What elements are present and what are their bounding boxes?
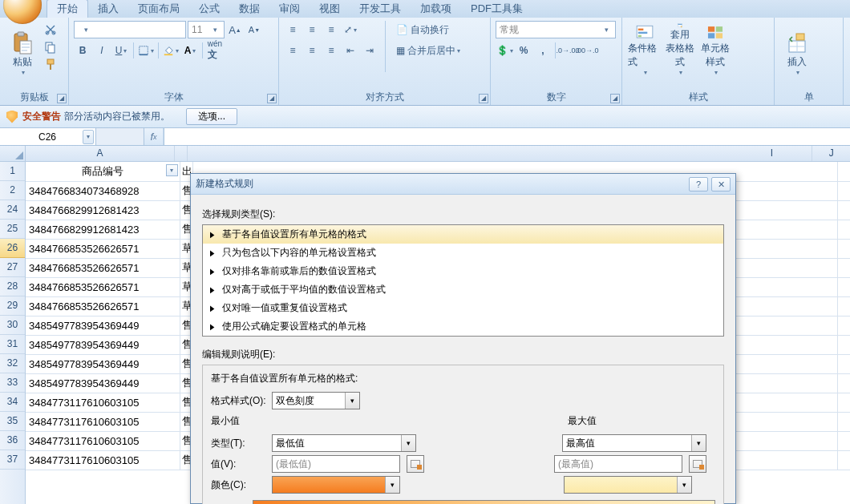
copy-button[interactable] [42,38,59,56]
percent-button[interactable]: % [515,42,532,59]
formula-bar-input[interactable] [164,128,850,145]
rule-type-item[interactable]: ▶仅对唯一值或重复值设置格式 [203,299,723,317]
row-header[interactable]: 25 [0,220,25,239]
cell[interactable]: 3484766829912681423 [26,220,180,239]
dialog-close-button[interactable]: ✕ [711,177,731,192]
format-painter-button[interactable] [42,56,59,74]
cell[interactable]: 商品编号▾ [26,162,180,181]
dialog-help-button[interactable]: ? [689,177,708,192]
tab-dev[interactable]: 开发工具 [350,0,411,18]
font-color-button[interactable]: A [181,42,199,59]
cut-button[interactable] [42,21,59,38]
value-max-ref-button[interactable] [689,455,706,473]
grow-font-button[interactable]: A▲ [226,21,244,38]
name-box-dropdown[interactable]: ▾ [83,130,94,144]
type-min-combo[interactable]: 最低值▾ [272,434,416,452]
type-max-combo[interactable]: 最高值▾ [562,434,706,452]
merge-center-button[interactable]: ▦ 合并后居中 [392,42,464,59]
cell[interactable]: 3484773117610603105 [26,431,180,450]
row-header[interactable]: 37 [0,450,25,470]
cell[interactable]: 3484773117610603105 [26,450,180,470]
shrink-font-button[interactable]: A▼ [245,21,263,38]
cell[interactable]: 3484766853526626571 [26,296,180,316]
italic-button[interactable]: I [93,42,111,59]
orientation-button[interactable]: ⤢ [342,21,359,38]
cell[interactable]: 3484766829912681423 [26,200,180,220]
align-middle-button[interactable]: ≡ [303,21,321,38]
cell[interactable]: 3484766853526626571 [26,239,180,258]
row-header[interactable]: 30 [0,316,25,335]
inc-decimal-button[interactable]: .0→.00 [559,42,577,59]
row-header[interactable]: 1 [0,162,25,181]
cell[interactable]: 3485497783954369449 [26,335,180,354]
value-max-input[interactable]: (最高值) [554,455,682,473]
row-header[interactable]: 24 [0,200,25,220]
tab-review[interactable]: 审阅 [269,0,310,18]
cell[interactable]: 3484773117610603105 [26,393,180,412]
tab-addins[interactable]: 加载项 [411,0,461,18]
dialog-titlebar[interactable]: 新建格式规则 ? ✕ [191,174,735,195]
row-header[interactable]: 2 [0,181,25,200]
row-header[interactable]: 28 [0,277,25,296]
cell[interactable]: 3484766853526626571 [26,277,180,296]
filter-button[interactable]: ▾ [166,164,178,176]
number-format-combo[interactable]: 常规▾ [496,21,616,38]
bold-button[interactable]: B [74,42,91,59]
font-name-combo[interactable]: ▾ [74,21,186,38]
align-left-button[interactable]: ≡ [284,42,302,59]
fx-button[interactable]: fx [144,128,164,145]
fill-color-button[interactable] [162,42,180,59]
cell[interactable]: 3484766853526626571 [26,258,180,277]
wrap-text-button[interactable]: 📄 自动换行 [392,21,453,38]
tab-insert[interactable]: 插入 [88,0,128,18]
rule-type-list[interactable]: ▶基于各自值设置所有单元格的格式 ▶只为包含以下内容的单元格设置格式 ▶仅对排名… [202,224,724,337]
dec-decimal-button[interactable]: .00→.0 [578,42,596,59]
row-header[interactable]: 26 [0,239,25,258]
security-options-button[interactable]: 选项... [186,108,237,125]
cell[interactable]: 3484766834073468928 [26,181,180,200]
col-header-J[interactable]: J [812,146,850,161]
row-header[interactable]: 33 [0,373,25,393]
row-header[interactable]: 31 [0,335,25,354]
rule-type-item[interactable]: ▶基于各自值设置所有单元格的格式 [203,225,723,244]
align-right-button[interactable]: ≡ [322,42,340,59]
border-button[interactable] [137,42,155,59]
cell[interactable]: 3485497783954369449 [26,316,180,335]
row-header[interactable]: 36 [0,431,25,450]
tab-view[interactable]: 视图 [310,0,350,18]
name-box[interactable]: C26 ▾ [0,128,96,145]
row-header[interactable]: 27 [0,258,25,277]
col-header-B-clip[interactable] [175,146,188,161]
cell[interactable]: 3484773117610603105 [26,412,180,431]
row-header[interactable]: 29 [0,296,25,316]
clipboard-launcher[interactable]: ◢ [57,94,67,103]
value-min-input[interactable]: (最低值) [272,455,400,473]
align-launcher[interactable]: ◢ [479,94,488,103]
rule-type-item[interactable]: ▶仅对高于或低于平均值的数值设置格式 [203,280,723,299]
tab-home[interactable]: 开始 [47,0,88,18]
conditional-format-button[interactable]: 条件格式 [627,21,662,79]
align-bottom-button[interactable]: ≡ [322,21,340,38]
cell[interactable]: 3485497783954369449 [26,373,180,393]
value-min-ref-button[interactable] [407,455,424,473]
col-header-I[interactable]: I [732,146,813,161]
row-header[interactable]: 34 [0,393,25,412]
tab-data[interactable]: 数据 [229,0,269,18]
accounting-button[interactable]: 💲 [496,42,513,59]
tab-layout[interactable]: 页面布局 [128,0,189,18]
row-header[interactable]: 32 [0,354,25,373]
tab-formula[interactable]: 公式 [189,0,229,18]
rule-type-item[interactable]: ▶仅对排名靠前或靠后的数值设置格式 [203,262,723,280]
format-style-combo[interactable]: 双色刻度 ▾ [272,392,360,409]
indent-dec-button[interactable]: ⇤ [342,42,359,59]
align-center-button[interactable]: ≡ [303,42,321,59]
color-max-combo[interactable]: ▾ [564,476,692,494]
underline-button[interactable]: U [112,42,130,59]
cell[interactable]: 3485497783954369449 [26,354,180,373]
font-launcher[interactable]: ◢ [267,94,277,103]
col-header-A[interactable]: A [26,146,175,161]
comma-button[interactable]: , [534,42,552,59]
font-size-combo[interactable]: 11▾ [188,21,225,38]
cell-styles-button[interactable]: 单元格 样式 [698,21,733,79]
tab-pdf[interactable]: PDF工具集 [461,0,532,18]
